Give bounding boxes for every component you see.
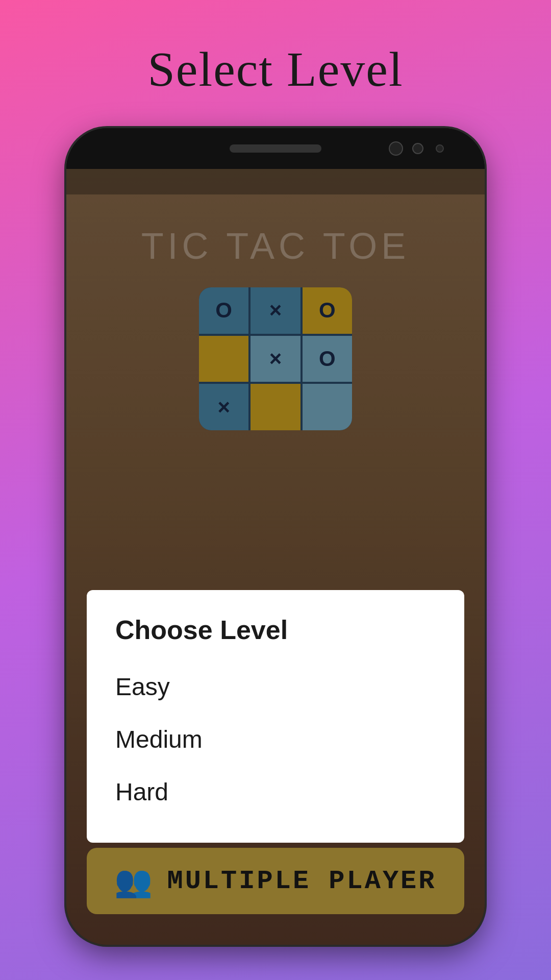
phone-screen: TIC TAC TOE O × O × O × Choose Level Eas…	[66, 169, 485, 945]
choose-level-dialog: Choose Level Easy Medium Hard	[87, 590, 464, 843]
phone-speaker	[230, 144, 321, 153]
phone-sensor	[436, 144, 444, 153]
phone-camera-secondary	[412, 143, 423, 154]
level-medium-option[interactable]: Medium	[115, 713, 436, 766]
phone-bezel: TIC TAC TOE O × O × O × Choose Level Eas…	[66, 128, 485, 945]
phone-top-bar	[66, 128, 485, 169]
level-hard-option[interactable]: Hard	[115, 766, 436, 818]
phone-camera	[389, 141, 403, 156]
page-title: Select Level	[147, 41, 403, 97]
dialog-title: Choose Level	[115, 615, 436, 645]
level-easy-option[interactable]: Easy	[115, 660, 436, 713]
